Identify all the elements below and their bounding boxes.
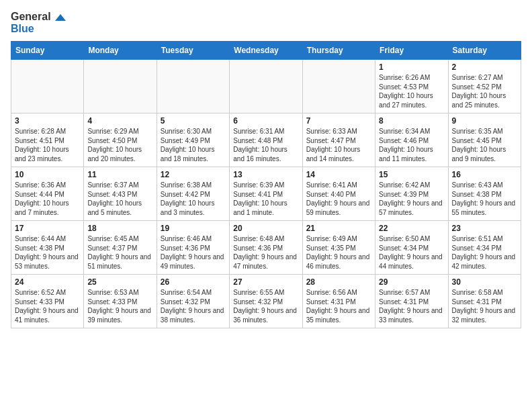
day-info: Sunrise: 6:41 AMSunset: 4:40 PMDaylight:… <box>306 181 371 217</box>
day-info: Sunrise: 6:45 AMSunset: 4:37 PMDaylight:… <box>87 234 152 271</box>
logo-text: General Blue <box>11 11 66 34</box>
day-info: Sunrise: 6:28 AMSunset: 4:51 PMDaylight:… <box>15 127 80 163</box>
calendar-cell: 11Sunrise: 6:37 AMSunset: 4:43 PMDayligh… <box>84 167 157 221</box>
calendar-table: SundayMondayTuesdayWednesdayThursdayFrid… <box>11 41 521 328</box>
day-info: Sunrise: 6:36 AMSunset: 4:44 PMDaylight:… <box>15 181 80 217</box>
calendar-cell: 30Sunrise: 6:58 AMSunset: 4:31 PMDayligh… <box>448 275 521 328</box>
calendar-cell: 24Sunrise: 6:52 AMSunset: 4:33 PMDayligh… <box>11 275 84 328</box>
calendar-cell: 13Sunrise: 6:39 AMSunset: 4:41 PMDayligh… <box>230 167 302 221</box>
day-info: Sunrise: 6:56 AMSunset: 4:31 PMDaylight:… <box>306 288 371 324</box>
day-info: Sunrise: 6:42 AMSunset: 4:39 PMDaylight:… <box>379 181 444 217</box>
calendar-cell: 1Sunrise: 6:26 AMSunset: 4:53 PMDaylight… <box>375 60 448 113</box>
day-number: 28 <box>306 277 371 287</box>
logo: General Blue <box>11 11 66 34</box>
day-number: 29 <box>379 277 444 287</box>
day-number: 17 <box>15 224 80 233</box>
day-info: Sunrise: 6:26 AMSunset: 4:53 PMDaylight:… <box>379 73 444 109</box>
calendar-cell: 5Sunrise: 6:30 AMSunset: 4:49 PMDaylight… <box>157 113 229 167</box>
calendar-cell: 16Sunrise: 6:43 AMSunset: 4:38 PMDayligh… <box>448 167 521 221</box>
calendar-cell: 19Sunrise: 6:46 AMSunset: 4:36 PMDayligh… <box>157 221 229 275</box>
day-number: 19 <box>161 224 226 233</box>
calendar-header-row: SundayMondayTuesdayWednesdayThursdayFrid… <box>11 42 521 60</box>
day-info: Sunrise: 6:53 AMSunset: 4:33 PMDaylight:… <box>87 288 152 324</box>
day-info: Sunrise: 6:48 AMSunset: 4:36 PMDaylight:… <box>233 234 298 271</box>
day-info: Sunrise: 6:38 AMSunset: 4:42 PMDaylight:… <box>161 181 226 217</box>
calendar-cell: 27Sunrise: 6:55 AMSunset: 4:32 PMDayligh… <box>230 275 302 328</box>
weekday-header: Tuesday <box>157 42 229 60</box>
day-number: 6 <box>233 116 298 126</box>
calendar-cell: 29Sunrise: 6:57 AMSunset: 4:31 PMDayligh… <box>375 275 448 328</box>
day-info: Sunrise: 6:54 AMSunset: 4:32 PMDaylight:… <box>161 288 226 324</box>
day-number: 14 <box>306 170 371 179</box>
weekday-header: Wednesday <box>230 42 302 60</box>
day-info: Sunrise: 6:51 AMSunset: 4:34 PMDaylight:… <box>452 234 517 271</box>
day-info: Sunrise: 6:30 AMSunset: 4:49 PMDaylight:… <box>161 127 226 163</box>
calendar-cell <box>230 60 302 113</box>
calendar-cell: 20Sunrise: 6:48 AMSunset: 4:36 PMDayligh… <box>230 221 302 275</box>
day-number: 30 <box>452 277 517 287</box>
calendar-cell: 22Sunrise: 6:50 AMSunset: 4:34 PMDayligh… <box>375 221 448 275</box>
day-number: 26 <box>161 277 226 287</box>
weekday-header: Thursday <box>302 42 375 60</box>
calendar-cell: 4Sunrise: 6:29 AMSunset: 4:50 PMDaylight… <box>84 113 157 167</box>
calendar-cell <box>11 60 84 113</box>
day-number: 11 <box>87 170 152 179</box>
calendar-week-row: 24Sunrise: 6:52 AMSunset: 4:33 PMDayligh… <box>11 275 521 328</box>
day-info: Sunrise: 6:29 AMSunset: 4:50 PMDaylight:… <box>87 127 152 163</box>
weekday-header: Sunday <box>11 42 84 60</box>
day-info: Sunrise: 6:34 AMSunset: 4:46 PMDaylight:… <box>379 127 444 163</box>
day-number: 4 <box>87 116 152 126</box>
day-number: 16 <box>452 170 517 179</box>
calendar-cell: 26Sunrise: 6:54 AMSunset: 4:32 PMDayligh… <box>157 275 229 328</box>
day-info: Sunrise: 6:49 AMSunset: 4:35 PMDaylight:… <box>306 234 371 271</box>
day-info: Sunrise: 6:37 AMSunset: 4:43 PMDaylight:… <box>87 181 152 217</box>
day-info: Sunrise: 6:46 AMSunset: 4:36 PMDaylight:… <box>161 234 226 271</box>
calendar-cell <box>157 60 229 113</box>
calendar-cell: 2Sunrise: 6:27 AMSunset: 4:52 PMDaylight… <box>448 60 521 113</box>
calendar-cell: 17Sunrise: 6:44 AMSunset: 4:38 PMDayligh… <box>11 221 84 275</box>
calendar-week-row: 1Sunrise: 6:26 AMSunset: 4:53 PMDaylight… <box>11 60 521 113</box>
calendar-cell <box>84 60 157 113</box>
day-info: Sunrise: 6:57 AMSunset: 4:31 PMDaylight:… <box>379 288 444 324</box>
day-number: 21 <box>306 224 371 233</box>
weekday-header: Friday <box>375 42 448 60</box>
day-number: 18 <box>87 224 152 233</box>
calendar-week-row: 10Sunrise: 6:36 AMSunset: 4:44 PMDayligh… <box>11 167 521 221</box>
day-number: 2 <box>452 62 517 72</box>
logo-blue: Blue <box>11 23 66 35</box>
day-number: 10 <box>15 170 80 179</box>
day-number: 3 <box>15 116 80 126</box>
calendar-cell: 6Sunrise: 6:31 AMSunset: 4:48 PMDaylight… <box>230 113 302 167</box>
day-number: 1 <box>379 62 444 72</box>
day-number: 9 <box>452 116 517 126</box>
calendar-cell: 23Sunrise: 6:51 AMSunset: 4:34 PMDayligh… <box>448 221 521 275</box>
calendar-cell: 3Sunrise: 6:28 AMSunset: 4:51 PMDaylight… <box>11 113 84 167</box>
day-number: 25 <box>87 277 152 287</box>
day-info: Sunrise: 6:39 AMSunset: 4:41 PMDaylight:… <box>233 181 298 217</box>
calendar-cell: 18Sunrise: 6:45 AMSunset: 4:37 PMDayligh… <box>84 221 157 275</box>
day-info: Sunrise: 6:33 AMSunset: 4:47 PMDaylight:… <box>306 127 371 163</box>
day-info: Sunrise: 6:31 AMSunset: 4:48 PMDaylight:… <box>233 127 298 163</box>
day-number: 22 <box>379 224 444 233</box>
calendar-cell: 25Sunrise: 6:53 AMSunset: 4:33 PMDayligh… <box>84 275 157 328</box>
day-number: 8 <box>379 116 444 126</box>
day-number: 12 <box>161 170 226 179</box>
calendar-cell: 9Sunrise: 6:35 AMSunset: 4:45 PMDaylight… <box>448 113 521 167</box>
day-number: 5 <box>161 116 226 126</box>
day-info: Sunrise: 6:50 AMSunset: 4:34 PMDaylight:… <box>379 234 444 271</box>
day-number: 7 <box>306 116 371 126</box>
calendar-cell: 10Sunrise: 6:36 AMSunset: 4:44 PMDayligh… <box>11 167 84 221</box>
calendar-cell: 15Sunrise: 6:42 AMSunset: 4:39 PMDayligh… <box>375 167 448 221</box>
weekday-header: Monday <box>84 42 157 60</box>
day-info: Sunrise: 6:43 AMSunset: 4:38 PMDaylight:… <box>452 181 517 217</box>
day-number: 15 <box>379 170 444 179</box>
day-number: 23 <box>452 224 517 233</box>
calendar-cell: 8Sunrise: 6:34 AMSunset: 4:46 PMDaylight… <box>375 113 448 167</box>
day-info: Sunrise: 6:27 AMSunset: 4:52 PMDaylight:… <box>452 73 517 109</box>
calendar-cell: 28Sunrise: 6:56 AMSunset: 4:31 PMDayligh… <box>302 275 375 328</box>
day-number: 27 <box>233 277 298 287</box>
calendar-cell: 12Sunrise: 6:38 AMSunset: 4:42 PMDayligh… <box>157 167 229 221</box>
day-number: 20 <box>233 224 298 233</box>
calendar-cell <box>302 60 375 113</box>
logo-general: General <box>11 11 66 23</box>
